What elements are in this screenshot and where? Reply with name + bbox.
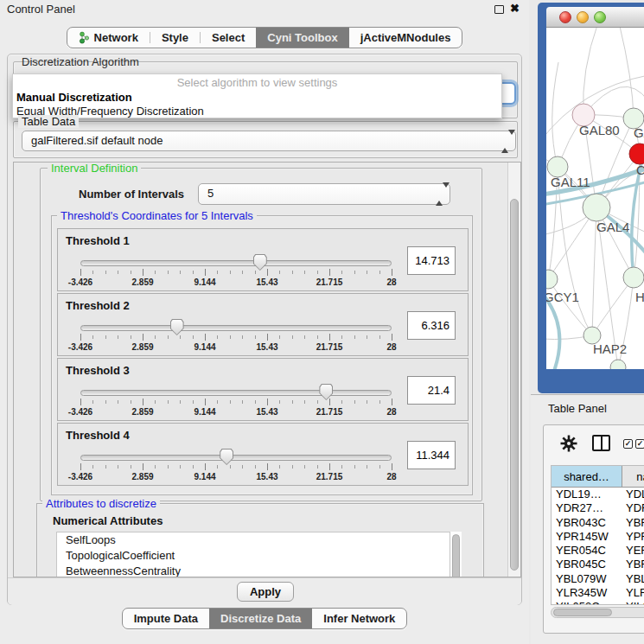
tick-mark (168, 271, 169, 274)
cell-shared-name: YDL19… (552, 488, 622, 501)
tick-mark (131, 465, 131, 469)
network-edge[interactable] (548, 279, 592, 335)
table-row[interactable]: YLR345WYLR3 (552, 586, 644, 600)
close-panel-icon[interactable]: ✖ (510, 2, 520, 15)
threshold-value-field[interactable]: 11.344 (407, 441, 456, 469)
interval-definition-group: Interval Definition Number of Intervals … (40, 168, 482, 501)
table-row[interactable]: YDL19…YDL1 (552, 488, 644, 501)
threshold-label: Threshold 1 (66, 234, 130, 247)
tick-mark (80, 269, 81, 276)
tab-cyni-toolbox[interactable]: Cyni Toolbox (256, 28, 348, 48)
tab-discretize-data[interactable]: Discretize Data (209, 609, 312, 628)
slider-track[interactable] (80, 260, 392, 266)
dropdown-prompt-option[interactable]: Select algorithm to view settings (13, 75, 501, 90)
slider-track[interactable] (80, 455, 392, 461)
tab-style[interactable]: Style (150, 28, 200, 48)
threshold-slider[interactable]: -3.4262.8599.14415.4321.71528 (79, 383, 395, 418)
table-row[interactable]: YBL079WYBL0 (552, 572, 644, 586)
cell-shared-name: YIL053C (552, 600, 622, 605)
attribute-list-item[interactable]: SelfLoops (57, 532, 450, 548)
tick-mark (230, 271, 231, 274)
zoom-window-icon[interactable] (594, 11, 606, 23)
network-node-green[interactable] (546, 270, 558, 289)
tick-mark (329, 269, 330, 276)
network-window-titlebar[interactable] (546, 7, 644, 28)
tick-mark (242, 335, 243, 339)
tab-jactivemnodules[interactable]: jActiveMNodules (349, 28, 462, 48)
table-row[interactable]: YIL053CYIL0 (552, 600, 644, 605)
network-node-green[interactable] (610, 360, 626, 369)
network-node-green[interactable] (623, 267, 644, 288)
tick-label: 2.859 (131, 472, 153, 481)
tab-infer-network[interactable]: Infer Network (312, 609, 406, 628)
attribute-list-item[interactable]: TopologicalCoefficient (57, 548, 450, 564)
threshold-slider[interactable]: -3.4262.8599.14415.4321.71528 (79, 318, 395, 353)
settings-vertical-scrollbar[interactable] (507, 163, 520, 577)
tick-mark (304, 400, 305, 404)
tick-label: 28 (386, 342, 396, 352)
tab-network[interactable]: Network (67, 28, 150, 48)
network-node-green[interactable] (583, 194, 610, 221)
tick-label: 21.715 (316, 407, 343, 417)
threshold-slider[interactable]: -3.4262.8599.14415.4321.71528 (79, 448, 395, 482)
tick-mark (354, 400, 355, 404)
table-row[interactable]: YPR145WYPR1 (552, 530, 644, 544)
discretization-algorithm-group-label: Discretization Algorithm (18, 55, 143, 68)
select-all-checkbox-icon[interactable]: ✓ (623, 439, 633, 449)
dropdown-option-manual-discretization[interactable]: Manual Discretization (13, 90, 501, 105)
unselect-all-checkbox-icon[interactable]: ✓ (635, 439, 644, 449)
tick-mark (267, 399, 268, 405)
table-row[interactable]: YBR045CYBR0 (552, 558, 644, 571)
network-canvas[interactable]: GAL80GALGAL11CGAL4GCY1HHAP2 (546, 28, 644, 369)
column-header-name[interactable]: name (622, 466, 644, 487)
tick-mark (180, 465, 181, 469)
network-edge[interactable] (552, 62, 558, 167)
tick-mark (279, 400, 280, 404)
slider-track[interactable] (80, 390, 392, 396)
tick-mark (242, 400, 243, 404)
tick-mark (168, 400, 169, 404)
threshold-value-field[interactable]: 6.316 (407, 311, 456, 340)
show-columns-icon[interactable] (592, 435, 610, 451)
network-node-red[interactable] (629, 143, 644, 164)
table-row[interactable]: YBR043CYBR0 (552, 516, 644, 530)
table-row[interactable]: YER054CYER0 (552, 544, 644, 558)
tick-mark (354, 465, 355, 469)
network-view-window[interactable]: GAL80GALGAL11CGAL4GCY1HHAP2 (538, 3, 644, 393)
threshold-slider[interactable]: -3.4262.8599.14415.4321.71528 (79, 253, 395, 288)
slider-track[interactable] (80, 325, 392, 331)
table-data-combobox[interactable]: galFiltered.sif default node (22, 131, 516, 151)
apply-button[interactable]: Apply (237, 582, 294, 602)
tab-select[interactable]: Select (201, 28, 256, 48)
tick-mark (105, 271, 106, 274)
tick-mark (155, 335, 156, 339)
tick-mark (292, 400, 293, 404)
attribute-list-item[interactable]: BetweennessCentrality (57, 564, 450, 577)
tick-mark (279, 465, 280, 469)
tick-mark (292, 335, 293, 339)
network-edge[interactable] (619, 28, 634, 118)
network-graph[interactable]: GAL80GALGAL11CGAL4GCY1HHAP2 (546, 28, 644, 369)
threshold-coordinates-group-label: Threshold's Coordinates for 5 Intervals (57, 209, 257, 222)
tick-mark (367, 400, 367, 404)
number-of-intervals-combobox[interactable]: 5 (198, 183, 450, 205)
tick-mark (341, 335, 342, 339)
close-window-icon[interactable] (559, 11, 571, 23)
gear-icon[interactable] (559, 434, 578, 453)
tick-mark (180, 271, 181, 274)
column-header-shared-name[interactable]: shared… (552, 466, 622, 487)
attributes-list-scrollbar[interactable] (450, 532, 462, 577)
dropdown-option-equal-width-frequency[interactable]: Equal Width/Frequency Discretization (13, 104, 501, 118)
tick-mark (168, 465, 169, 469)
table-horizontal-scrollbar[interactable] (551, 607, 644, 618)
threshold-value-field[interactable]: 14.713 (407, 246, 456, 275)
tick-label: 2.859 (131, 407, 153, 417)
minimize-window-icon[interactable] (577, 11, 589, 23)
threshold-value-field[interactable]: 21.4 (407, 376, 456, 405)
slider-thumb-face (171, 320, 183, 335)
tick-mark (143, 399, 143, 405)
tab-impute-data[interactable]: Impute Data (123, 609, 209, 628)
float-window-icon[interactable] (494, 5, 504, 14)
table-row[interactable]: YDR27…YDR2 (552, 501, 644, 515)
tick-mark (230, 335, 231, 339)
